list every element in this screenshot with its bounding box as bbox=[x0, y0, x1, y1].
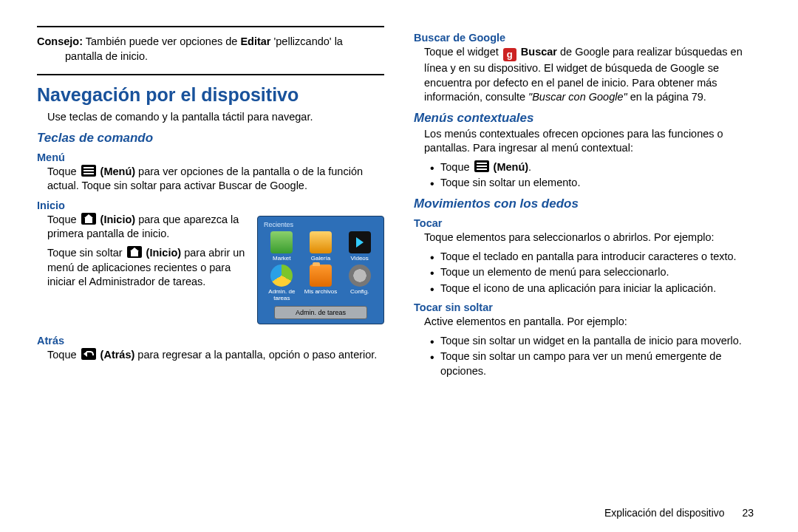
buscar-paragraph: Toque el widget g Buscar de Google para … bbox=[424, 45, 761, 105]
tip-text2: 'pellizcando' la bbox=[270, 35, 342, 47]
app-label: Market bbox=[273, 255, 290, 262]
page-title: Navegación por el dispositivo bbox=[37, 84, 384, 106]
buscar-bold: Buscar bbox=[518, 46, 557, 58]
list-item: Toque sin soltar un campo para ver un me… bbox=[430, 349, 761, 378]
section-menus: Menús contextuales bbox=[414, 111, 761, 126]
menu-icon bbox=[81, 165, 96, 177]
tip-block: Consejo: También puede ver opciones de E… bbox=[37, 35, 384, 64]
app-label: Admin. de tareas bbox=[268, 288, 295, 301]
atras-bold: (Atrás) bbox=[98, 349, 135, 361]
intro-text: Use teclas de comando y la pantalla táct… bbox=[47, 110, 384, 125]
buscar-t1: Toque el widget bbox=[424, 46, 502, 58]
back-icon bbox=[81, 348, 96, 360]
menus-list: Toque (Menú). Toque sin soltar un elemen… bbox=[430, 160, 761, 191]
list-item: Toque un elemento de menú para seleccion… bbox=[430, 265, 761, 280]
admin-icon bbox=[270, 265, 293, 287]
recents-title: Recientes bbox=[264, 221, 378, 228]
li-text: Toque bbox=[440, 161, 473, 173]
menu-bold: (Menú) bbox=[98, 166, 136, 177]
divider bbox=[37, 26, 384, 27]
app-files: Mis archivos bbox=[304, 265, 338, 301]
heading-buscar: Buscar de Google bbox=[414, 32, 761, 44]
home-icon bbox=[81, 213, 96, 225]
app-market: Market bbox=[265, 231, 299, 262]
inicio-bold2: (Inicio) bbox=[143, 247, 182, 259]
videos-icon bbox=[349, 231, 371, 253]
tocar-list: Toque el teclado en pantalla para introd… bbox=[430, 250, 761, 296]
heading-inicio: Inicio bbox=[37, 200, 384, 211]
tip-bold: Editar bbox=[240, 35, 270, 47]
heading-atras: Atrás bbox=[37, 335, 384, 347]
files-icon bbox=[310, 265, 332, 287]
tss-list: Toque sin soltar un widget en la pantall… bbox=[430, 334, 761, 379]
buscar-quote: "Buscar con Google" bbox=[528, 91, 627, 103]
gallery-icon bbox=[310, 231, 332, 253]
li-text: . bbox=[528, 161, 531, 173]
divider bbox=[37, 74, 384, 75]
inicio-t3: Toque sin soltar bbox=[47, 247, 126, 259]
menu-icon bbox=[474, 160, 489, 172]
tip-label: Consejo: bbox=[37, 35, 83, 47]
heading-menu: Menú bbox=[37, 151, 384, 163]
list-item: Toque (Menú). bbox=[430, 160, 761, 175]
config-icon bbox=[349, 265, 371, 287]
app-videos: Videos bbox=[343, 231, 377, 262]
tip-text1: También puede ver opciones de bbox=[83, 35, 240, 47]
app-admin: Admin. de tareas bbox=[265, 265, 299, 301]
list-item: Toque el icono de una aplicación para in… bbox=[430, 282, 761, 296]
atras-paragraph: Toque (Atrás) para regresar a la pantall… bbox=[47, 348, 384, 363]
menus-paragraph: Los menús contextuales ofrecen opciones … bbox=[424, 127, 761, 156]
app-galeria: Galería bbox=[304, 231, 338, 262]
tss-paragraph: Active elementos en pantalla. Por ejempl… bbox=[424, 315, 761, 330]
app-label: Config. bbox=[350, 288, 369, 295]
market-icon bbox=[270, 231, 293, 253]
inicio-t1: Toque bbox=[47, 214, 80, 225]
home-icon bbox=[127, 246, 142, 258]
google-icon: g bbox=[503, 48, 516, 61]
li-bold: (Menú) bbox=[491, 161, 529, 173]
app-config: Config. bbox=[343, 265, 377, 301]
app-label: Mis archivos bbox=[304, 288, 337, 295]
tocar-paragraph: Toque elementos para seleccionarlos o ab… bbox=[424, 231, 761, 245]
inicio-bold: (Inicio) bbox=[98, 214, 136, 225]
menu-paragraph: Toque (Menú) para ver opciones de la pan… bbox=[47, 165, 384, 194]
page-footer: Explicación del dispositivo 23 bbox=[604, 507, 754, 519]
app-label: Videos bbox=[350, 255, 368, 262]
page-number: 23 bbox=[742, 507, 754, 519]
atras-t1: Toque bbox=[47, 349, 80, 361]
heading-tocar-sin-soltar: Tocar sin soltar bbox=[414, 301, 761, 313]
list-item: Toque el teclado en pantalla para introd… bbox=[430, 250, 761, 265]
buscar-t3: en la página 79. bbox=[627, 91, 706, 103]
atras-t2: para regresar a la pantalla, opción o pa… bbox=[134, 349, 377, 361]
recents-widget: Recientes Market Galería Videos Admin. d… bbox=[257, 216, 384, 324]
task-manager-button[interactable]: Admin. de tareas bbox=[274, 306, 367, 319]
app-label: Galería bbox=[311, 255, 330, 262]
section-movimientos: Movimientos con los dedos bbox=[414, 197, 761, 211]
list-item: Toque sin soltar un widget en la pantall… bbox=[430, 334, 761, 349]
list-item: Toque sin soltar un elemento. bbox=[430, 176, 761, 191]
footer-label: Explicación del dispositivo bbox=[604, 507, 725, 519]
section-teclas: Teclas de comando bbox=[37, 131, 384, 146]
heading-tocar: Tocar bbox=[414, 217, 761, 229]
tip-line2: pantalla de inicio. bbox=[65, 50, 384, 64]
menu-t1: Toque bbox=[47, 166, 80, 177]
